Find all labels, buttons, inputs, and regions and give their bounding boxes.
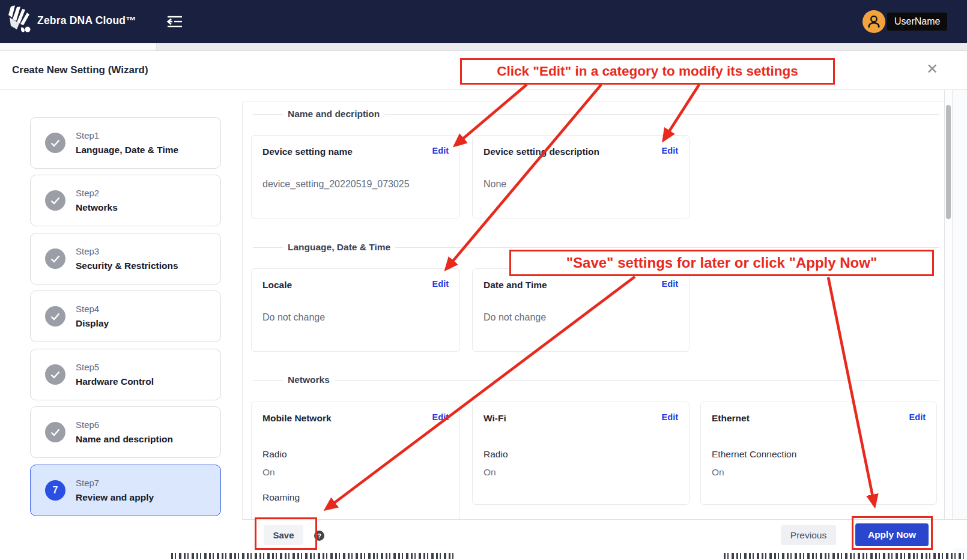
- field-label: Radio: [484, 449, 508, 460]
- step-label: Display: [76, 318, 109, 329]
- divider: [384, 114, 939, 115]
- divider: [253, 380, 283, 381]
- field-value: On: [484, 467, 496, 478]
- username-label: UserName: [887, 13, 947, 31]
- active-tab-segment: [0, 43, 157, 50]
- check-icon: [45, 190, 65, 211]
- zebra-logo-icon: [7, 5, 34, 38]
- card-title: Locale: [262, 280, 292, 291]
- sidebar-step-3[interactable]: Step3Security & Restrictions: [30, 233, 221, 285]
- edit-device-name-link[interactable]: Edit: [432, 146, 449, 155]
- section-title: Name and decription: [283, 109, 384, 119]
- step-label: Networks: [76, 202, 118, 213]
- sidebar-step-2[interactable]: Step2Networks: [30, 175, 221, 226]
- step-label: Security & Restrictions: [76, 260, 178, 271]
- right-margin: [953, 90, 967, 560]
- edit-wifi-link[interactable]: Edit: [662, 412, 678, 422]
- wizard-steps-sidebar: Step1Language, Date & Time Step2Networks…: [0, 90, 241, 560]
- user-avatar[interactable]: [862, 10, 885, 33]
- card-title: Wi-Fi: [484, 413, 506, 424]
- step-number: Step6: [76, 420, 173, 430]
- step-number: Step1: [76, 130, 178, 140]
- card-date-and-time: Date and Time Edit Do not change: [472, 268, 690, 352]
- step-number: Step5: [76, 362, 154, 372]
- section-header-name-description: Name and decription: [253, 108, 939, 120]
- check-icon: [45, 364, 65, 385]
- edit-date-time-link[interactable]: Edit: [662, 279, 678, 289]
- card-wifi: Wi-Fi Edit Radio On: [472, 402, 690, 505]
- app-window: Zebra DNA Cloud™ UserName Create New Set…: [0, 0, 967, 560]
- field-label: Ethernet Connection: [712, 449, 796, 460]
- sidebar-step-5[interactable]: Step5Hardware Control: [30, 349, 221, 400]
- card-title: Device setting description: [484, 146, 599, 157]
- sidebar-step-6[interactable]: Step6Name and description: [30, 406, 221, 458]
- annotation-callout-edit: Click "Edit" in a category to modify its…: [460, 58, 835, 85]
- step-label: Name and description: [76, 434, 173, 445]
- edit-ethernet-link[interactable]: Edit: [909, 412, 926, 422]
- review-panel: Name and decription Device setting name …: [242, 101, 944, 519]
- step-number: Step4: [76, 304, 109, 314]
- card-device-setting-description: Device setting description Edit None: [472, 135, 690, 218]
- step-number-badge: 7: [45, 480, 65, 501]
- divider: [253, 247, 283, 248]
- check-icon: [45, 248, 65, 269]
- sidebar-step-7-active[interactable]: 7 Step7Review and apply: [30, 465, 221, 516]
- card-title: Date and Time: [484, 280, 547, 291]
- card-value: device_setting_20220519_073025: [262, 179, 410, 190]
- clipped-bottom-text: [724, 553, 964, 559]
- field-label: Roaming: [262, 492, 300, 503]
- check-icon: [45, 306, 65, 327]
- step-number: Step3: [76, 246, 178, 256]
- sidebar-step-4[interactable]: Step4Display: [30, 291, 221, 342]
- field-label: Radio: [262, 449, 287, 460]
- step-label: Hardware Control: [76, 376, 154, 387]
- card-value: None: [484, 179, 506, 190]
- divider: [395, 247, 939, 248]
- annotation-callout-save-apply: "Save" settings for later or click "Appl…: [509, 250, 934, 276]
- app-title: Zebra DNA Cloud™: [37, 14, 136, 27]
- apply-now-button[interactable]: Apply Now: [855, 523, 929, 546]
- clipped-bottom-text: [171, 553, 453, 559]
- window-tabstrip: [0, 43, 967, 51]
- divider: [335, 380, 939, 381]
- section-title: Networks: [283, 375, 335, 385]
- page-title: Create New Setting (Wizard): [12, 64, 148, 76]
- section-header-networks: Networks: [253, 374, 939, 386]
- check-icon: [45, 133, 65, 153]
- card-locale: Locale Edit Do not change: [251, 268, 460, 352]
- section-title: Language, Date & Time: [283, 242, 395, 253]
- collapse-menu-icon[interactable]: [166, 14, 184, 29]
- step-number: Step7: [76, 478, 154, 488]
- scrollbar-track[interactable]: [944, 90, 953, 519]
- check-icon: [45, 422, 65, 442]
- help-icon[interactable]: ?: [314, 531, 324, 541]
- edit-mobile-network-link[interactable]: Edit: [432, 412, 449, 422]
- edit-locale-link[interactable]: Edit: [432, 279, 449, 289]
- card-title: Ethernet: [712, 413, 750, 424]
- close-icon[interactable]: ✕: [926, 62, 938, 76]
- edit-device-description-link[interactable]: Edit: [662, 146, 678, 155]
- card-value: Do not change: [484, 312, 546, 323]
- wizard-footer: Save ? Previous Apply Now: [242, 519, 967, 548]
- sidebar-step-1[interactable]: Step1Language, Date & Time: [30, 117, 221, 169]
- step-number: Step2: [76, 188, 118, 198]
- card-device-setting-name: Device setting name Edit device_setting_…: [251, 135, 460, 218]
- person-icon: [865, 13, 883, 31]
- step-label: Review and apply: [76, 492, 154, 503]
- divider: [253, 114, 283, 115]
- card-title: Mobile Network: [262, 413, 332, 424]
- top-navbar: Zebra DNA Cloud™ UserName: [0, 0, 967, 43]
- card-mobile-network: Mobile Network Edit Radio On Roaming: [251, 402, 460, 519]
- field-value: On: [262, 467, 275, 478]
- card-title: Device setting name: [262, 146, 353, 157]
- field-value: On: [712, 467, 724, 478]
- scrollbar-thumb[interactable]: [946, 105, 951, 219]
- save-button[interactable]: Save: [264, 525, 303, 545]
- card-ethernet: Ethernet Edit Ethernet Connection On: [700, 402, 937, 505]
- card-value: Do not change: [262, 312, 325, 323]
- previous-button[interactable]: Previous: [781, 525, 836, 545]
- step-label: Language, Date & Time: [76, 145, 178, 155]
